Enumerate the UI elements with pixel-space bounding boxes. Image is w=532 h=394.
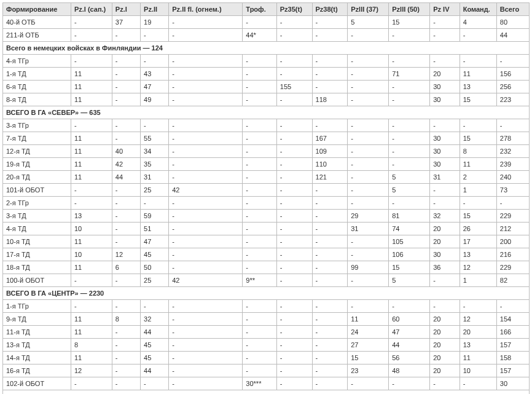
cell: - (169, 81, 243, 93)
cell: - (112, 132, 140, 145)
data-row: 16-я ТД12-44----23482010157 (3, 364, 530, 377)
cell: - (312, 119, 348, 132)
cell: 35 (141, 158, 169, 171)
data-row: 3-я ТД13-59----29813215229 (3, 210, 530, 223)
cell: 15 (348, 352, 389, 364)
cell: 11 (71, 261, 112, 274)
cell: 1-я ТГр (3, 300, 71, 313)
cell: - (243, 132, 276, 145)
cell: 5 (348, 16, 389, 29)
cell: 26 (460, 223, 496, 235)
cell: 36 (430, 261, 460, 274)
cell: - (71, 197, 112, 210)
cell: 156 (496, 68, 529, 81)
cell: - (71, 300, 112, 313)
cell: - (348, 171, 389, 184)
section-row: ВСЕГО В ГА «ЦЕНТР» — 2230 (3, 287, 530, 300)
cell: 166 (496, 326, 529, 339)
cell: - (348, 55, 389, 68)
cell: - (430, 300, 460, 313)
cell: 12 (460, 313, 496, 326)
cell: - (243, 210, 276, 223)
cell: - (430, 29, 460, 42)
cell: - (169, 326, 243, 339)
cell: - (276, 339, 312, 352)
cell: - (243, 16, 276, 29)
cell: 59 (141, 210, 169, 223)
cell: - (276, 93, 312, 106)
section-label: ВСЕГО В ГА «ЮГ» — 822 (3, 390, 530, 395)
col-header: Формирование (3, 3, 71, 16)
cell: 44 (496, 29, 529, 42)
cell: 81 (389, 210, 430, 223)
cell: 42 (169, 184, 243, 197)
cell: 44 (389, 339, 430, 352)
cell: - (276, 145, 312, 158)
cell: 44 (112, 171, 140, 184)
col-header: PzIII (50) (389, 3, 430, 16)
col-header: Pz IV (430, 3, 460, 16)
cell: 34 (141, 145, 169, 158)
cell: 13 (460, 339, 496, 352)
cell: 47 (141, 235, 169, 248)
cell: 5 (389, 171, 430, 184)
data-row: 6-я ТД11-47--155---3013256 (3, 81, 530, 93)
cell: - (276, 313, 312, 326)
cell: 17 (460, 235, 496, 248)
cell: - (460, 29, 496, 42)
cell: 13 (460, 248, 496, 261)
cell: 20 (430, 326, 460, 339)
cell: 42 (112, 158, 140, 171)
cell: 23 (348, 364, 389, 377)
cell: 37 (112, 16, 140, 29)
cell: - (243, 313, 276, 326)
cell: - (276, 132, 312, 145)
cell: - (169, 132, 243, 145)
data-row: 9-я ТД11832----11602012154 (3, 313, 530, 326)
cell: - (169, 339, 243, 352)
cell: 4-я ТГр (3, 55, 71, 68)
cell: 44 (141, 364, 169, 377)
cell: - (141, 55, 169, 68)
cell: - (169, 93, 243, 106)
cell: 50 (141, 261, 169, 274)
cell: - (348, 119, 389, 132)
cell: - (312, 55, 348, 68)
cell: - (312, 377, 348, 390)
cell: 10 (71, 223, 112, 235)
cell: - (141, 197, 169, 210)
cell: 239 (496, 158, 529, 171)
cell: 15 (389, 261, 430, 274)
cell: 102-й ОБОТ (3, 377, 71, 390)
cell: 56 (389, 352, 430, 364)
cell: - (312, 261, 348, 274)
cell: 30 (430, 158, 460, 171)
cell: 2-я ТГр (3, 197, 71, 210)
cell: - (276, 223, 312, 235)
cell: - (169, 197, 243, 210)
cell: - (112, 210, 140, 223)
cell: - (389, 29, 430, 42)
cell: - (243, 68, 276, 81)
cell: - (276, 377, 312, 390)
data-row: 102-й ОБОТ----30***------30 (3, 377, 530, 390)
col-header: PzIII (37) (348, 3, 389, 16)
cell: - (348, 68, 389, 81)
cell: 12 (460, 261, 496, 274)
data-row: 3-я ТГр------------ (3, 119, 530, 132)
cell: - (112, 352, 140, 364)
cell: 211-й ОТБ (3, 29, 71, 42)
cell: - (430, 16, 460, 29)
cell: 240 (496, 171, 529, 184)
cell: - (496, 55, 529, 68)
cell: - (141, 119, 169, 132)
cell: 101-й ОБОТ (3, 184, 71, 197)
cell: 20 (430, 223, 460, 235)
cell: - (348, 81, 389, 93)
cell: 20 (430, 313, 460, 326)
cell: 8 (460, 145, 496, 158)
data-row: 2-я ТГр------------ (3, 197, 530, 210)
data-row: 1-я ТД11-43-----712011156 (3, 68, 530, 81)
cell: - (71, 184, 112, 197)
cell: 10-я ТД (3, 235, 71, 248)
